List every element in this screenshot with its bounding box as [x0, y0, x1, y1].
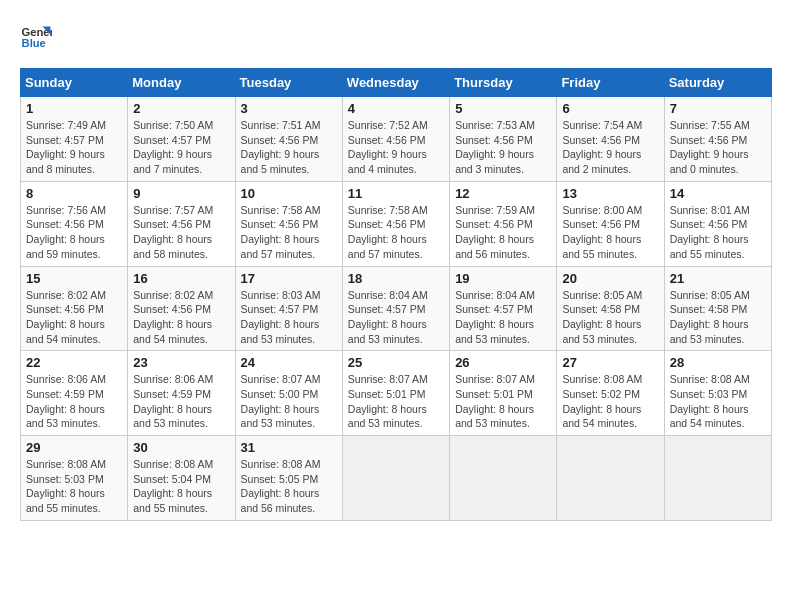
calendar-week-1: 1Sunrise: 7:49 AM Sunset: 4:57 PM Daylig…: [21, 97, 772, 182]
day-number: 8: [26, 186, 122, 201]
day-info: Sunrise: 7:58 AM Sunset: 4:56 PM Dayligh…: [241, 203, 337, 262]
day-info: Sunrise: 7:57 AM Sunset: 4:56 PM Dayligh…: [133, 203, 229, 262]
day-number: 4: [348, 101, 444, 116]
day-number: 1: [26, 101, 122, 116]
day-number: 5: [455, 101, 551, 116]
calendar-cell: 14Sunrise: 8:01 AM Sunset: 4:56 PM Dayli…: [664, 181, 771, 266]
calendar-cell: 22Sunrise: 8:06 AM Sunset: 4:59 PM Dayli…: [21, 351, 128, 436]
day-info: Sunrise: 8:02 AM Sunset: 4:56 PM Dayligh…: [133, 288, 229, 347]
calendar-cell: 30Sunrise: 8:08 AM Sunset: 5:04 PM Dayli…: [128, 436, 235, 521]
day-number: 13: [562, 186, 658, 201]
day-number: 10: [241, 186, 337, 201]
calendar-cell: 9Sunrise: 7:57 AM Sunset: 4:56 PM Daylig…: [128, 181, 235, 266]
page-header: General Blue: [20, 20, 772, 52]
day-info: Sunrise: 7:53 AM Sunset: 4:56 PM Dayligh…: [455, 118, 551, 177]
day-number: 2: [133, 101, 229, 116]
day-info: Sunrise: 8:04 AM Sunset: 4:57 PM Dayligh…: [348, 288, 444, 347]
day-info: Sunrise: 7:52 AM Sunset: 4:56 PM Dayligh…: [348, 118, 444, 177]
day-info: Sunrise: 7:51 AM Sunset: 4:56 PM Dayligh…: [241, 118, 337, 177]
day-info: Sunrise: 7:56 AM Sunset: 4:56 PM Dayligh…: [26, 203, 122, 262]
day-info: Sunrise: 8:08 AM Sunset: 5:05 PM Dayligh…: [241, 457, 337, 516]
calendar-cell: 18Sunrise: 8:04 AM Sunset: 4:57 PM Dayli…: [342, 266, 449, 351]
day-number: 15: [26, 271, 122, 286]
day-info: Sunrise: 7:58 AM Sunset: 4:56 PM Dayligh…: [348, 203, 444, 262]
calendar-cell: 26Sunrise: 8:07 AM Sunset: 5:01 PM Dayli…: [450, 351, 557, 436]
calendar-cell: 13Sunrise: 8:00 AM Sunset: 4:56 PM Dayli…: [557, 181, 664, 266]
day-number: 30: [133, 440, 229, 455]
day-info: Sunrise: 8:05 AM Sunset: 4:58 PM Dayligh…: [562, 288, 658, 347]
day-info: Sunrise: 8:08 AM Sunset: 5:03 PM Dayligh…: [670, 372, 766, 431]
day-number: 22: [26, 355, 122, 370]
calendar-cell: 5Sunrise: 7:53 AM Sunset: 4:56 PM Daylig…: [450, 97, 557, 182]
day-info: Sunrise: 8:06 AM Sunset: 4:59 PM Dayligh…: [26, 372, 122, 431]
calendar-cell: 6Sunrise: 7:54 AM Sunset: 4:56 PM Daylig…: [557, 97, 664, 182]
day-info: Sunrise: 8:05 AM Sunset: 4:58 PM Dayligh…: [670, 288, 766, 347]
day-info: Sunrise: 8:08 AM Sunset: 5:03 PM Dayligh…: [26, 457, 122, 516]
day-header-friday: Friday: [557, 69, 664, 97]
day-info: Sunrise: 8:01 AM Sunset: 4:56 PM Dayligh…: [670, 203, 766, 262]
day-info: Sunrise: 8:02 AM Sunset: 4:56 PM Dayligh…: [26, 288, 122, 347]
calendar-cell: 20Sunrise: 8:05 AM Sunset: 4:58 PM Dayli…: [557, 266, 664, 351]
day-number: 28: [670, 355, 766, 370]
day-header-sunday: Sunday: [21, 69, 128, 97]
calendar-cell: 27Sunrise: 8:08 AM Sunset: 5:02 PM Dayli…: [557, 351, 664, 436]
day-header-wednesday: Wednesday: [342, 69, 449, 97]
day-number: 27: [562, 355, 658, 370]
day-info: Sunrise: 8:06 AM Sunset: 4:59 PM Dayligh…: [133, 372, 229, 431]
calendar-cell: 7Sunrise: 7:55 AM Sunset: 4:56 PM Daylig…: [664, 97, 771, 182]
calendar-cell: 21Sunrise: 8:05 AM Sunset: 4:58 PM Dayli…: [664, 266, 771, 351]
calendar-body: 1Sunrise: 7:49 AM Sunset: 4:57 PM Daylig…: [21, 97, 772, 521]
day-info: Sunrise: 7:55 AM Sunset: 4:56 PM Dayligh…: [670, 118, 766, 177]
calendar-cell: 16Sunrise: 8:02 AM Sunset: 4:56 PM Dayli…: [128, 266, 235, 351]
day-number: 17: [241, 271, 337, 286]
day-number: 25: [348, 355, 444, 370]
calendar-cell: [342, 436, 449, 521]
day-info: Sunrise: 7:54 AM Sunset: 4:56 PM Dayligh…: [562, 118, 658, 177]
day-header-monday: Monday: [128, 69, 235, 97]
day-number: 11: [348, 186, 444, 201]
day-number: 9: [133, 186, 229, 201]
day-header-saturday: Saturday: [664, 69, 771, 97]
calendar-cell: 4Sunrise: 7:52 AM Sunset: 4:56 PM Daylig…: [342, 97, 449, 182]
logo-icon: General Blue: [20, 20, 52, 52]
calendar-cell: 3Sunrise: 7:51 AM Sunset: 4:56 PM Daylig…: [235, 97, 342, 182]
day-info: Sunrise: 8:07 AM Sunset: 5:00 PM Dayligh…: [241, 372, 337, 431]
day-headers-row: SundayMondayTuesdayWednesdayThursdayFrid…: [21, 69, 772, 97]
svg-text:Blue: Blue: [22, 37, 46, 49]
calendar-cell: 11Sunrise: 7:58 AM Sunset: 4:56 PM Dayli…: [342, 181, 449, 266]
calendar-cell: 8Sunrise: 7:56 AM Sunset: 4:56 PM Daylig…: [21, 181, 128, 266]
day-number: 23: [133, 355, 229, 370]
calendar-cell: 19Sunrise: 8:04 AM Sunset: 4:57 PM Dayli…: [450, 266, 557, 351]
day-number: 20: [562, 271, 658, 286]
day-number: 6: [562, 101, 658, 116]
day-number: 19: [455, 271, 551, 286]
day-number: 29: [26, 440, 122, 455]
day-info: Sunrise: 8:04 AM Sunset: 4:57 PM Dayligh…: [455, 288, 551, 347]
calendar-week-5: 29Sunrise: 8:08 AM Sunset: 5:03 PM Dayli…: [21, 436, 772, 521]
calendar-week-4: 22Sunrise: 8:06 AM Sunset: 4:59 PM Dayli…: [21, 351, 772, 436]
day-info: Sunrise: 8:07 AM Sunset: 5:01 PM Dayligh…: [455, 372, 551, 431]
calendar-cell: 10Sunrise: 7:58 AM Sunset: 4:56 PM Dayli…: [235, 181, 342, 266]
calendar-cell: 2Sunrise: 7:50 AM Sunset: 4:57 PM Daylig…: [128, 97, 235, 182]
calendar-cell: 1Sunrise: 7:49 AM Sunset: 4:57 PM Daylig…: [21, 97, 128, 182]
calendar-cell: [664, 436, 771, 521]
day-info: Sunrise: 8:08 AM Sunset: 5:02 PM Dayligh…: [562, 372, 658, 431]
day-info: Sunrise: 7:59 AM Sunset: 4:56 PM Dayligh…: [455, 203, 551, 262]
day-number: 24: [241, 355, 337, 370]
calendar-cell: 25Sunrise: 8:07 AM Sunset: 5:01 PM Dayli…: [342, 351, 449, 436]
day-info: Sunrise: 8:07 AM Sunset: 5:01 PM Dayligh…: [348, 372, 444, 431]
day-header-tuesday: Tuesday: [235, 69, 342, 97]
calendar-cell: 15Sunrise: 8:02 AM Sunset: 4:56 PM Dayli…: [21, 266, 128, 351]
day-number: 26: [455, 355, 551, 370]
day-number: 21: [670, 271, 766, 286]
calendar-cell: 31Sunrise: 8:08 AM Sunset: 5:05 PM Dayli…: [235, 436, 342, 521]
logo: General Blue: [20, 20, 52, 52]
calendar-cell: 23Sunrise: 8:06 AM Sunset: 4:59 PM Dayli…: [128, 351, 235, 436]
day-number: 31: [241, 440, 337, 455]
day-header-thursday: Thursday: [450, 69, 557, 97]
day-info: Sunrise: 7:49 AM Sunset: 4:57 PM Dayligh…: [26, 118, 122, 177]
calendar-cell: 29Sunrise: 8:08 AM Sunset: 5:03 PM Dayli…: [21, 436, 128, 521]
calendar-cell: 12Sunrise: 7:59 AM Sunset: 4:56 PM Dayli…: [450, 181, 557, 266]
day-info: Sunrise: 7:50 AM Sunset: 4:57 PM Dayligh…: [133, 118, 229, 177]
day-number: 12: [455, 186, 551, 201]
